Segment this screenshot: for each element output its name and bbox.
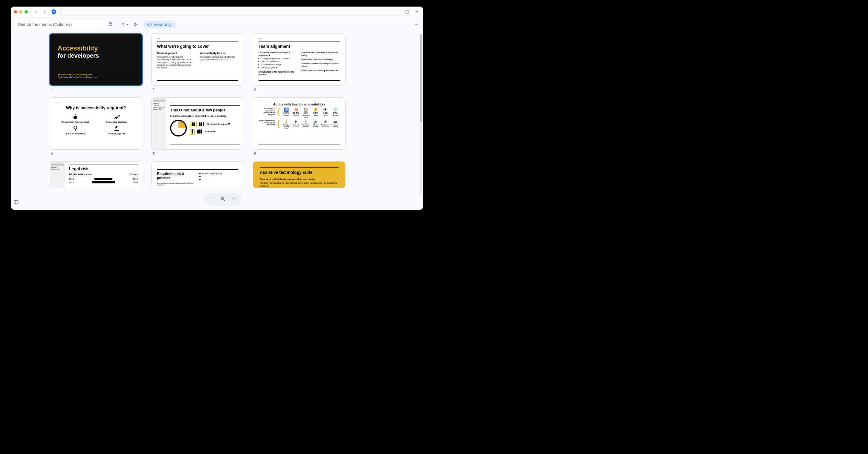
- disability-stat: 👕3.7%Self care: [331, 108, 340, 118]
- gavel-icon: [113, 125, 120, 132]
- slide-number: 3: [254, 88, 345, 92]
- zoom-out-button[interactable]: [210, 196, 216, 202]
- disability-stat: 👁4.6%Vision: [321, 108, 330, 118]
- window-chrome: +: [11, 7, 423, 17]
- situational-stat: 🔊Difficulty hearing: [311, 120, 320, 129]
- slide-thumb-4[interactable]: — Why is accessibility required? [Organi…: [50, 97, 142, 150]
- slide-grid-area[interactable]: — Accessibility for developers The Book …: [23, 32, 423, 210]
- svg-line-5: [124, 25, 125, 26]
- svg-rect-3: [110, 25, 112, 26]
- slide-number: 1: [51, 88, 142, 92]
- hands-icon: [72, 113, 79, 120]
- svg-rect-20: [115, 130, 119, 131]
- minimize-window-button[interactable]: [19, 10, 23, 13]
- growth-icon: [113, 113, 120, 120]
- slide-thumb-9[interactable]: Assistive technology suite Access to tes…: [253, 161, 345, 188]
- slide-number: 2: [152, 88, 244, 92]
- situational-stat: 🛏Dressing or bathing: [331, 120, 340, 129]
- slide-number: 4: [51, 152, 142, 156]
- left-rail: [11, 32, 23, 210]
- disability-stat: 👂5.9%Hearing: [311, 108, 320, 118]
- new-tab-button[interactable]: +: [414, 9, 420, 15]
- svg-point-11: [75, 115, 76, 115]
- svg-rect-0: [53, 11, 55, 12]
- collapse-toolbar-button[interactable]: [412, 21, 420, 28]
- svg-rect-8: [14, 201, 18, 204]
- zoom-in-button[interactable]: [230, 196, 237, 202]
- slide-thumb-2[interactable]: — What we're going to cover Team alignme…: [151, 33, 244, 86]
- slide-number: 5: [152, 152, 244, 156]
- zoom-controls: [205, 193, 241, 205]
- zoom-dropdown[interactable]: [121, 23, 128, 27]
- situational-stat: 🚶Performing errands: [301, 120, 311, 129]
- forward-button[interactable]: [41, 9, 48, 15]
- main-content: — Accessibility for developers The Book …: [11, 32, 423, 210]
- svg-point-10: [74, 115, 75, 115]
- traffic-lights: [14, 10, 28, 13]
- slide-thumb-8[interactable]: — Requirements & policies Our requiremen…: [151, 161, 244, 188]
- slide-grid: — Accessibility for developers The Book …: [25, 33, 415, 188]
- zoom-reset-button[interactable]: [220, 196, 226, 202]
- app-window: + Search the menus (Option+/) View only: [11, 7, 423, 210]
- privacy-shield-icon[interactable]: [51, 9, 57, 15]
- slide-thumb-5[interactable]: Source: Disability Impacts All of Us cdc…: [151, 97, 244, 150]
- chevron-down-icon: [126, 23, 128, 26]
- disability-stat: ♿13.7%Mobility: [282, 108, 291, 118]
- slide1-title1: Accessibility: [58, 44, 134, 52]
- svg-marker-6: [126, 24, 128, 25]
- back-button[interactable]: [33, 9, 39, 15]
- select-tool-button[interactable]: [131, 20, 140, 29]
- toolbar: Search the menus (Option+/) View only: [11, 17, 423, 32]
- svg-point-4: [122, 23, 124, 25]
- print-button[interactable]: [106, 20, 115, 29]
- slide-thumb-6[interactable]: Adults with functional disabilities How …: [253, 97, 345, 150]
- lightbulb-icon: [72, 125, 79, 132]
- scrollbar-thumb[interactable]: [420, 34, 422, 122]
- svg-point-16: [74, 126, 77, 129]
- svg-rect-19: [115, 126, 117, 129]
- disability-stat: 🧠10.8%Cognition: [291, 108, 301, 118]
- situational-stat: 🖱Focus & memory: [291, 120, 301, 129]
- address-bar[interactable]: [60, 8, 411, 16]
- svg-line-23: [224, 199, 225, 201]
- situational-stat: ☀Blindness or low vision: [321, 120, 330, 129]
- filmstrip-toggle-button[interactable]: [13, 199, 20, 206]
- view-only-badge[interactable]: View only: [143, 21, 176, 28]
- scrollbar[interactable]: [420, 34, 422, 194]
- menu-search-input[interactable]: Search the menus (Option+/): [14, 20, 103, 29]
- maximize-window-button[interactable]: [25, 10, 28, 13]
- pie-chart-icon: [170, 120, 187, 136]
- view-only-label: View only: [154, 22, 172, 27]
- situational-stat: 🚶Walking or climbing stairs: [282, 120, 291, 129]
- svg-point-12: [75, 114, 75, 115]
- disability-stat: 🏠6.8%Independent living: [301, 108, 311, 118]
- zoom-icon: [121, 23, 125, 27]
- svg-point-7: [149, 24, 150, 25]
- slide1-title2: for developers: [58, 52, 134, 59]
- toolbar-divider: [118, 22, 118, 28]
- slide-thumb-3[interactable]: — Team alignment Can explain why accessi…: [253, 33, 345, 86]
- close-window-button[interactable]: [14, 10, 17, 13]
- eye-icon: [147, 22, 152, 27]
- slide-thumb-7[interactable]: Source: WebAim.org Legal risk Digital AD…: [50, 161, 142, 188]
- slide-number: 6: [254, 152, 345, 156]
- slide-thumb-1[interactable]: — Accessibility for developers The Book …: [50, 33, 142, 86]
- reload-icon[interactable]: [405, 10, 409, 14]
